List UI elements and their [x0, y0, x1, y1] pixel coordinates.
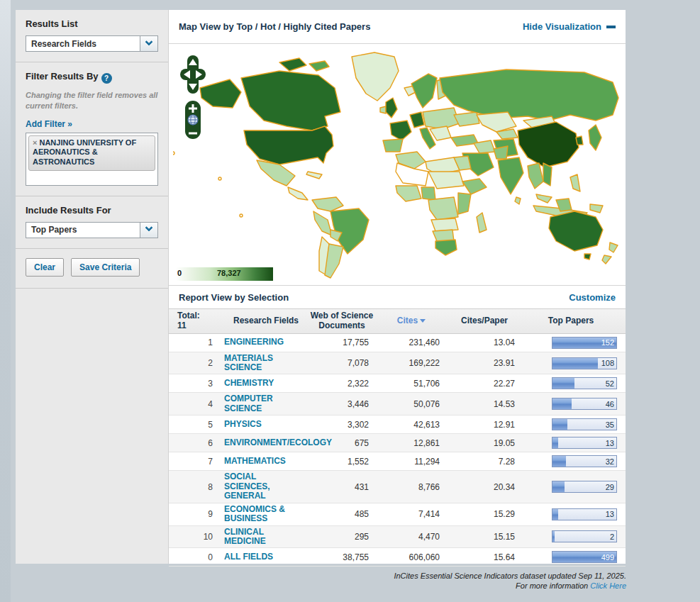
world-map-visualization[interactable]: [173, 47, 624, 281]
clear-button[interactable]: Clear: [26, 258, 64, 277]
map-region[interactable]: [433, 230, 454, 241]
column-header-cites[interactable]: Cites: [376, 314, 447, 328]
customize-link[interactable]: Customize: [569, 292, 616, 303]
row-cites-per-paper: 14.53: [447, 399, 522, 409]
research-field-link[interactable]: ECONOMICS & BUSINESS: [224, 505, 308, 524]
map-region[interactable]: [279, 58, 306, 71]
column-header-research-fields[interactable]: Research Fields: [224, 314, 308, 328]
map-region-tasmania[interactable]: [584, 254, 591, 260]
row-documents: 3,302: [308, 420, 376, 430]
research-field-link[interactable]: COMPUTER SCIENCE: [224, 394, 308, 413]
table-row: 7 MATHEMATICS 1,552 11,294 7.28 32: [169, 452, 626, 471]
map-region-madagascar[interactable]: [477, 213, 487, 233]
map-area: 0 78,327: [169, 44, 626, 285]
help-icon[interactable]: ?: [101, 73, 112, 84]
row-cites: 50,076: [376, 399, 447, 409]
include-results-select-button[interactable]: [140, 223, 157, 238]
top-papers-bar: 13: [552, 508, 617, 520]
results-list-select-button[interactable]: [140, 36, 157, 51]
research-field-link[interactable]: CLINICAL MEDICINE: [224, 528, 308, 547]
research-field-link[interactable]: CHEMISTRY: [224, 379, 308, 388]
research-field-link[interactable]: MATERIALS SCIENCE: [224, 354, 308, 373]
click-here-link[interactable]: Click Here: [590, 581, 626, 590]
map-region[interactable]: [462, 179, 487, 194]
map-region-nigeria[interactable]: [421, 187, 435, 200]
map-region[interactable]: [590, 204, 603, 213]
column-header-documents[interactable]: Web of Science Documents: [308, 309, 376, 333]
top-papers-bar: 499: [552, 551, 617, 563]
top-papers-value: 35: [606, 420, 614, 429]
top-papers-value: 13: [606, 439, 614, 447]
map-region[interactable]: [528, 163, 543, 189]
map-region[interactable]: [430, 126, 451, 140]
table-row: 3 CHEMISTRY 2,322 51,706 22.27 52: [169, 374, 626, 393]
map-region-vietnam[interactable]: [543, 163, 552, 186]
map-region-usa[interactable]: [244, 126, 333, 165]
map-region-philippines[interactable]: [570, 174, 580, 191]
table-row: 8 SOCIAL SCIENCES, GENERAL 431 8,766 20.…: [169, 471, 626, 503]
legend-min-value: 0: [177, 269, 182, 277]
results-list-select[interactable]: Research Fields: [26, 35, 158, 52]
hide-visualization-link[interactable]: Hide Visualization: [523, 21, 601, 32]
top-papers-bar-fill: [552, 419, 567, 430]
map-region[interactable]: [380, 106, 386, 113]
table-row: 4 COMPUTER SCIENCE 3,446 50,076 14.53 46: [169, 393, 626, 416]
remove-filter-icon[interactable]: ×: [33, 138, 37, 147]
column-header-cites-per-paper[interactable]: Cites/Paper: [447, 314, 522, 328]
map-region[interactable]: [396, 186, 421, 201]
top-papers-bar: 152: [552, 337, 617, 349]
map-region[interactable]: [306, 172, 322, 179]
legend-max-value: 78,327: [217, 269, 241, 277]
map-region[interactable]: [458, 193, 471, 214]
collapse-icon[interactable]: [606, 26, 616, 28]
column-header-top-papers[interactable]: Top Papers: [522, 314, 620, 328]
include-results-section: Include Results For Top Papers: [16, 196, 168, 249]
map-region[interactable]: [494, 146, 508, 159]
row-rank: 5: [174, 420, 224, 430]
research-field-link[interactable]: SOCIAL SCIENCES, GENERAL: [224, 472, 308, 501]
map-region-germany[interactable]: [410, 112, 424, 128]
map-region-canada[interactable]: [241, 71, 340, 130]
map-region[interactable]: [309, 61, 329, 71]
map-region[interactable]: [431, 218, 458, 231]
table-row: 6 ENVIRONMENT/ECOLOGY 675 12,861 19.05 1…: [169, 434, 626, 452]
add-filter-link[interactable]: Add Filter »: [26, 119, 72, 129]
map-region[interactable]: [288, 187, 308, 200]
map-region[interactable]: [428, 197, 458, 220]
map-region[interactable]: [474, 140, 495, 153]
map-region-uk[interactable]: [386, 98, 397, 118]
research-field-link[interactable]: MATHEMATICS: [224, 457, 308, 466]
include-results-select[interactable]: Top Papers: [26, 222, 158, 238]
map-region[interactable]: [313, 211, 332, 235]
row-documents: 17,755: [308, 338, 376, 347]
chevron-down-icon: [145, 38, 152, 45]
map-region-china[interactable]: [518, 122, 579, 167]
map-region-malaysia[interactable]: [536, 194, 552, 203]
map-region-south-korea[interactable]: [576, 136, 583, 145]
map-region-new-zealand[interactable]: [602, 255, 611, 264]
save-criteria-button[interactable]: Save Criteria: [71, 258, 140, 277]
map-region-france[interactable]: [390, 121, 411, 140]
map-pan-control[interactable]: [180, 55, 206, 94]
sidebar: Results List Research Fields Filter Resu…: [16, 10, 169, 564]
research-field-link[interactable]: ENVIRONMENT/ECOLOGY: [224, 438, 308, 447]
map-region-scandinavia[interactable]: [411, 74, 437, 108]
include-results-heading: Include Results For: [26, 205, 158, 216]
research-field-link[interactable]: ALL FIELDS: [224, 552, 308, 562]
map-region-spain[interactable]: [383, 139, 403, 152]
map-region-australia[interactable]: [549, 211, 603, 251]
map-region-india[interactable]: [498, 157, 523, 194]
map-region[interactable]: [428, 172, 464, 189]
map-region[interactable]: [515, 197, 521, 204]
map-region-greenland[interactable]: [352, 52, 399, 101]
map-region[interactable]: [423, 108, 460, 129]
map-region[interactable]: [312, 197, 343, 211]
research-field-link[interactable]: PHYSICS: [224, 420, 308, 429]
map-region-mexico[interactable]: [257, 160, 295, 186]
map-zoom-control[interactable]: [185, 101, 201, 139]
research-field-link[interactable]: ENGINEERING: [224, 338, 308, 347]
total-count: Total: 11: [174, 309, 224, 333]
map-region-japan[interactable]: [589, 125, 601, 150]
map-region-new-zealand[interactable]: [609, 243, 618, 252]
map-region-south-africa[interactable]: [435, 240, 457, 255]
